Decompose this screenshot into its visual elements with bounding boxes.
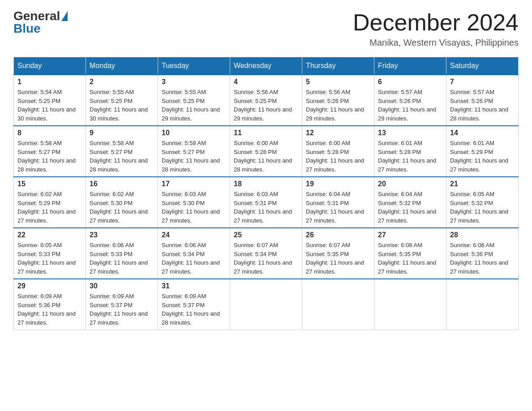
day-number: 21: [450, 180, 515, 188]
day-number: 28: [450, 231, 515, 239]
day-number: 5: [306, 78, 370, 86]
day-number: 13: [378, 129, 442, 137]
day-info: Sunrise: 5:54 AMSunset: 5:25 PMDaylight:…: [17, 88, 82, 123]
day-info: Sunrise: 6:04 AMSunset: 5:32 PMDaylight:…: [378, 190, 442, 225]
calendar-day-cell: [230, 279, 302, 330]
calendar-day-cell: 27Sunrise: 6:08 AMSunset: 5:35 PMDayligh…: [374, 228, 446, 279]
day-info: Sunrise: 6:07 AMSunset: 5:34 PMDaylight:…: [234, 241, 298, 276]
day-number: 10: [162, 129, 226, 137]
day-info: Sunrise: 6:02 AMSunset: 5:29 PMDaylight:…: [17, 190, 82, 225]
day-number: 9: [90, 129, 154, 137]
calendar-week-row: 1Sunrise: 5:54 AMSunset: 5:25 PMDaylight…: [14, 75, 519, 126]
day-info: Sunrise: 6:08 AMSunset: 5:36 PMDaylight:…: [450, 241, 515, 276]
calendar-day-cell: 25Sunrise: 6:07 AMSunset: 5:34 PMDayligh…: [230, 228, 302, 279]
day-number: 7: [450, 78, 515, 86]
calendar-day-cell: 28Sunrise: 6:08 AMSunset: 5:36 PMDayligh…: [446, 228, 519, 279]
month-title: December 2024: [353, 9, 519, 36]
day-number: 11: [234, 129, 298, 137]
logo: General Blue: [13, 9, 68, 36]
day-number: 8: [17, 129, 82, 137]
day-info: Sunrise: 5:55 AMSunset: 5:25 PMDaylight:…: [162, 88, 226, 123]
day-number: 15: [17, 180, 82, 188]
day-number: 2: [90, 78, 154, 86]
day-number: 16: [90, 180, 154, 188]
calendar-day-cell: 11Sunrise: 6:00 AMSunset: 5:28 PMDayligh…: [230, 126, 302, 177]
day-info: Sunrise: 6:02 AMSunset: 5:30 PMDaylight:…: [90, 190, 154, 225]
day-info: Sunrise: 6:03 AMSunset: 5:31 PMDaylight:…: [234, 190, 298, 225]
day-info: Sunrise: 5:56 AMSunset: 5:26 PMDaylight:…: [306, 88, 370, 123]
calendar-day-cell: 9Sunrise: 5:58 AMSunset: 5:27 PMDaylight…: [86, 126, 158, 177]
day-info: Sunrise: 5:58 AMSunset: 5:27 PMDaylight:…: [17, 139, 82, 174]
day-number: 30: [90, 282, 154, 290]
day-number: 31: [162, 282, 226, 290]
day-info: Sunrise: 6:00 AMSunset: 5:28 PMDaylight:…: [306, 139, 370, 174]
day-number: 19: [306, 180, 370, 188]
day-info: Sunrise: 6:07 AMSunset: 5:35 PMDaylight:…: [306, 241, 370, 276]
day-number: 18: [234, 180, 298, 188]
calendar-day-cell: 13Sunrise: 6:01 AMSunset: 5:28 PMDayligh…: [374, 126, 446, 177]
calendar-day-cell: 19Sunrise: 6:04 AMSunset: 5:31 PMDayligh…: [302, 177, 374, 228]
calendar-day-cell: 2Sunrise: 5:55 AMSunset: 5:25 PMDaylight…: [86, 75, 158, 126]
day-info: Sunrise: 5:57 AMSunset: 5:26 PMDaylight:…: [450, 88, 515, 123]
calendar-day-cell: [374, 279, 446, 330]
day-number: 1: [17, 78, 82, 86]
calendar-day-cell: [446, 279, 519, 330]
calendar-day-cell: 18Sunrise: 6:03 AMSunset: 5:31 PMDayligh…: [230, 177, 302, 228]
logo-triangle-icon: [61, 11, 68, 21]
day-number: 12: [306, 129, 370, 137]
day-number: 4: [234, 78, 298, 86]
title-section: December 2024 Manika, Western Visayas, P…: [353, 9, 519, 48]
day-info: Sunrise: 6:05 AMSunset: 5:32 PMDaylight:…: [450, 190, 515, 225]
day-info: Sunrise: 6:00 AMSunset: 5:28 PMDaylight:…: [234, 139, 298, 174]
calendar-day-cell: 6Sunrise: 5:57 AMSunset: 5:26 PMDaylight…: [374, 75, 446, 126]
day-number: 26: [306, 231, 370, 239]
calendar-day-cell: 26Sunrise: 6:07 AMSunset: 5:35 PMDayligh…: [302, 228, 374, 279]
day-number: 14: [450, 129, 515, 137]
calendar-day-cell: 22Sunrise: 6:05 AMSunset: 5:33 PMDayligh…: [14, 228, 86, 279]
calendar-day-header: Wednesday: [230, 57, 302, 75]
calendar-day-cell: 16Sunrise: 6:02 AMSunset: 5:30 PMDayligh…: [86, 177, 158, 228]
calendar-day-cell: 30Sunrise: 6:09 AMSunset: 5:37 PMDayligh…: [86, 279, 158, 330]
day-number: 17: [162, 180, 226, 188]
calendar-day-cell: [302, 279, 374, 330]
calendar-day-header: Thursday: [302, 57, 374, 75]
calendar-day-cell: 10Sunrise: 5:59 AMSunset: 5:27 PMDayligh…: [158, 126, 230, 177]
calendar-day-header: Tuesday: [158, 57, 230, 75]
day-info: Sunrise: 6:03 AMSunset: 5:30 PMDaylight:…: [162, 190, 226, 225]
calendar-day-cell: 14Sunrise: 6:01 AMSunset: 5:29 PMDayligh…: [446, 126, 519, 177]
calendar-day-cell: 12Sunrise: 6:00 AMSunset: 5:28 PMDayligh…: [302, 126, 374, 177]
calendar-week-row: 22Sunrise: 6:05 AMSunset: 5:33 PMDayligh…: [14, 228, 519, 279]
calendar-day-cell: 17Sunrise: 6:03 AMSunset: 5:30 PMDayligh…: [158, 177, 230, 228]
day-info: Sunrise: 5:56 AMSunset: 5:25 PMDaylight:…: [234, 88, 298, 123]
calendar-header-row: SundayMondayTuesdayWednesdayThursdayFrid…: [14, 57, 519, 75]
day-info: Sunrise: 5:58 AMSunset: 5:27 PMDaylight:…: [90, 139, 154, 174]
calendar-day-cell: 20Sunrise: 6:04 AMSunset: 5:32 PMDayligh…: [374, 177, 446, 228]
day-info: Sunrise: 5:57 AMSunset: 5:26 PMDaylight:…: [378, 88, 442, 123]
day-info: Sunrise: 6:09 AMSunset: 5:37 PMDaylight:…: [90, 292, 154, 327]
day-info: Sunrise: 6:09 AMSunset: 5:37 PMDaylight:…: [162, 292, 226, 327]
calendar-body: 1Sunrise: 5:54 AMSunset: 5:25 PMDaylight…: [14, 75, 519, 330]
calendar-day-header: Monday: [86, 57, 158, 75]
calendar-day-cell: 24Sunrise: 6:06 AMSunset: 5:34 PMDayligh…: [158, 228, 230, 279]
day-number: 25: [234, 231, 298, 239]
calendar-day-header: Sunday: [14, 57, 86, 75]
calendar-day-cell: 21Sunrise: 6:05 AMSunset: 5:32 PMDayligh…: [446, 177, 519, 228]
day-info: Sunrise: 6:06 AMSunset: 5:33 PMDaylight:…: [90, 241, 154, 276]
day-number: 20: [378, 180, 442, 188]
day-number: 29: [17, 282, 82, 290]
day-number: 27: [378, 231, 442, 239]
day-info: Sunrise: 6:04 AMSunset: 5:31 PMDaylight:…: [306, 190, 370, 225]
day-info: Sunrise: 5:55 AMSunset: 5:25 PMDaylight:…: [90, 88, 154, 123]
page-header: General Blue December 2024 Manika, Weste…: [13, 9, 519, 48]
calendar-week-row: 29Sunrise: 6:09 AMSunset: 5:36 PMDayligh…: [14, 279, 519, 330]
calendar-day-cell: 3Sunrise: 5:55 AMSunset: 5:25 PMDaylight…: [158, 75, 230, 126]
calendar-day-cell: 8Sunrise: 5:58 AMSunset: 5:27 PMDaylight…: [14, 126, 86, 177]
calendar-table: SundayMondayTuesdayWednesdayThursdayFrid…: [13, 57, 519, 330]
day-info: Sunrise: 6:01 AMSunset: 5:28 PMDaylight:…: [378, 139, 442, 174]
calendar-day-header: Friday: [374, 57, 446, 75]
calendar-week-row: 15Sunrise: 6:02 AMSunset: 5:29 PMDayligh…: [14, 177, 519, 228]
calendar-day-cell: 5Sunrise: 5:56 AMSunset: 5:26 PMDaylight…: [302, 75, 374, 126]
day-number: 6: [378, 78, 442, 86]
logo-blue-text: Blue: [13, 21, 41, 36]
calendar-day-cell: 7Sunrise: 5:57 AMSunset: 5:26 PMDaylight…: [446, 75, 519, 126]
